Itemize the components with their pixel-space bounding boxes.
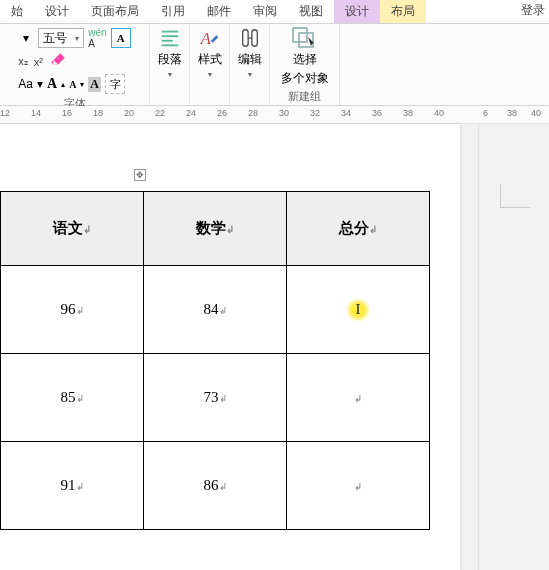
grow-font-button[interactable]: A <box>47 76 57 92</box>
login-link[interactable]: 登录 <box>521 2 545 19</box>
column-header-math[interactable]: 数学↲ <box>144 192 287 266</box>
group-editing: 编辑 ▾ <box>230 24 270 105</box>
margin-corner-icon <box>500 184 530 208</box>
table-row: 91↲ 86↲ ↲ <box>1 442 430 530</box>
ruler-tick: 18 <box>93 108 103 118</box>
ruler-tick: 34 <box>341 108 351 118</box>
svg-text:A: A <box>199 29 211 48</box>
ruler-tick: 20 <box>124 108 134 118</box>
chevron-down-icon: ▾ <box>75 34 79 43</box>
svg-rect-6 <box>251 30 257 47</box>
highlight-button[interactable]: A <box>88 77 101 92</box>
dropdown-icon[interactable]: ▾ <box>18 30 34 46</box>
cell-math[interactable]: 73↲ <box>144 354 287 442</box>
select-multiple-objects-button[interactable]: 选择 多个对象 <box>281 27 329 87</box>
editing-button[interactable]: 编辑 ▾ <box>238 27 262 79</box>
paragraph-button[interactable]: 段落 ▾ <box>158 27 182 79</box>
chevron-down-icon: ▾ <box>168 70 172 79</box>
svg-rect-5 <box>242 30 248 47</box>
cell-total-active[interactable]: ↲I <box>287 266 430 354</box>
tab-design[interactable]: 设计 <box>34 0 80 23</box>
data-table: 语文↲ 数学↲ ⎵总分↲ 96↲ 84↲ ↲I 85↲ 73↲ ↲ 91↲ 86… <box>0 191 430 530</box>
cell-lang[interactable]: 96↲ <box>1 266 144 354</box>
ruler-tick: 26 <box>217 108 227 118</box>
superscript-button[interactable]: x² <box>34 56 43 68</box>
clear-formatting-button[interactable] <box>49 51 67 72</box>
group-font: ▾ 五号 ▾ wénA A x₂ x² Aa▾ A▴ A▾ A 字 字体 <box>0 24 150 105</box>
document-area: ✥ 语文↲ 数学↲ ⎵总分↲ 96↲ 84↲ ↲I 85↲ 73↲ ↲ 91↲ … <box>0 124 549 570</box>
cell-math[interactable]: 86↲ <box>144 442 287 530</box>
ruler-tick: 6 <box>483 108 488 118</box>
svg-rect-2 <box>161 40 172 42</box>
tab-view[interactable]: 视图 <box>288 0 334 23</box>
svg-rect-3 <box>161 44 178 46</box>
styles-button[interactable]: A 样式 ▾ <box>198 27 222 79</box>
phonetic-guide-button[interactable]: wénA <box>88 27 106 49</box>
table-row: 96↲ 84↲ ↲I <box>1 266 430 354</box>
ruler-tick: 40 <box>434 108 444 118</box>
ribbon-tabs: 始 设计 页面布局 引用 邮件 审阅 视图 设计 布局 登录 <box>0 0 549 24</box>
font-size-value: 五号 <box>43 30 67 47</box>
group-paragraph: 段落 ▾ <box>150 24 190 105</box>
cell-total[interactable]: ↲ <box>287 354 430 442</box>
ruler-tick: 12 <box>0 108 10 118</box>
ruler-tick: 36 <box>372 108 382 118</box>
ribbon: ▾ 五号 ▾ wénA A x₂ x² Aa▾ A▴ A▾ A 字 字体 <box>0 24 549 106</box>
tab-table-design[interactable]: 设计 <box>334 0 380 23</box>
cell-math[interactable]: 84↲ <box>144 266 287 354</box>
chevron-down-icon: ▾ <box>208 70 212 79</box>
svg-rect-7 <box>293 28 307 42</box>
tab-start[interactable]: 始 <box>0 0 34 23</box>
group-label-newgroup: 新建组 <box>288 89 321 104</box>
group-new-group: 选择 多个对象 新建组 <box>270 24 340 105</box>
ruler-tick: 22 <box>155 108 165 118</box>
ruler-tick: 14 <box>31 108 41 118</box>
ruler-tick: 16 <box>62 108 72 118</box>
horizontal-ruler[interactable]: 121416182022242628303234363840 63840 <box>0 106 549 124</box>
split-divider[interactable] <box>478 124 479 570</box>
svg-rect-1 <box>161 35 178 37</box>
cell-lang[interactable]: 85↲ <box>1 354 144 442</box>
tab-page-layout[interactable]: 页面布局 <box>80 0 150 23</box>
tab-table-layout[interactable]: 布局 <box>380 0 426 23</box>
enclose-characters-button[interactable]: 字 <box>105 74 125 94</box>
svg-rect-0 <box>161 31 178 33</box>
column-header-lang[interactable]: 语文↲ <box>1 192 144 266</box>
ruler-tick: 24 <box>186 108 196 118</box>
subscript-button[interactable]: x₂ <box>18 55 28 68</box>
shrink-font-button[interactable]: A <box>69 79 76 90</box>
ruler-tick: 40 <box>531 108 541 118</box>
table-row: 85↲ 73↲ ↲ <box>1 354 430 442</box>
table-move-handle[interactable]: ✥ <box>134 169 146 181</box>
ruler-tick: 32 <box>310 108 320 118</box>
tab-mailings[interactable]: 邮件 <box>196 0 242 23</box>
change-case-button[interactable]: Aa <box>18 77 33 91</box>
group-styles: A 样式 ▾ <box>190 24 230 105</box>
cell-total[interactable]: ↲ <box>287 442 430 530</box>
chevron-down-icon: ▾ <box>248 70 252 79</box>
ruler-tick: 30 <box>279 108 289 118</box>
column-header-total[interactable]: ⎵总分↲ <box>287 192 430 266</box>
tab-references[interactable]: 引用 <box>150 0 196 23</box>
text-cursor-icon: I <box>345 299 371 321</box>
ruler-tick: 38 <box>403 108 413 118</box>
document-page[interactable]: ✥ 语文↲ 数学↲ ⎵总分↲ 96↲ 84↲ ↲I 85↲ 73↲ ↲ 91↲ … <box>0 124 460 570</box>
character-border-button[interactable]: A <box>111 28 131 48</box>
tab-review[interactable]: 审阅 <box>242 0 288 23</box>
ruler-tick: 28 <box>248 108 258 118</box>
font-size-selector[interactable]: 五号 ▾ <box>38 28 84 48</box>
ruler-tick: 38 <box>507 108 517 118</box>
cell-lang[interactable]: 91↲ <box>1 442 144 530</box>
